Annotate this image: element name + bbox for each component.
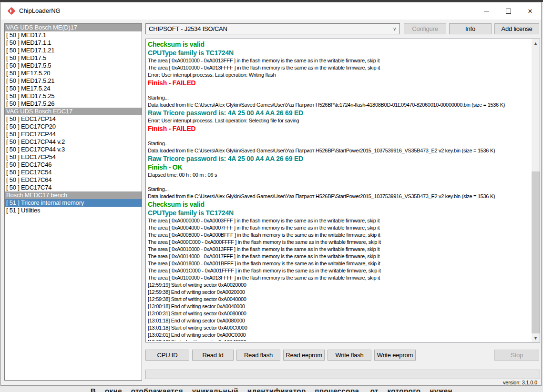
sidebar-item[interactable]: [ 50 ] EDC17C64 — [5, 176, 142, 184]
log-line: [12:59:38] Start of writing sector 0xA00… — [148, 296, 530, 303]
log-line: The area [ 0xA0100000 - 0xA013FFFF ] in … — [148, 274, 530, 281]
log-line — [148, 133, 530, 140]
log-line: Starting... — [148, 140, 530, 147]
sidebar-item[interactable]: [ 50 ] EDC17CP44 v.2 — [5, 138, 142, 146]
sidebar-item[interactable]: [ 50 ] MED17.1.1 — [5, 39, 142, 47]
log-line: [12:59:19] Start of writing sector 0xA00… — [148, 281, 530, 289]
log-line — [148, 87, 530, 94]
log-line — [148, 179, 530, 186]
log-line: Finish - FAILED — [148, 79, 530, 87]
background-clipped-text: В окне отображается уникальный идентифик… — [0, 385, 543, 392]
progress-bar — [145, 370, 540, 379]
sidebar-item[interactable]: [ 50 ] EDC17C74 — [5, 184, 142, 191]
log-line: Raw Tricore password is: 4A 25 00 A4 AA … — [148, 109, 530, 117]
info-button[interactable]: Info — [449, 23, 492, 34]
action-buttons: CPU IDRead IdRead flashRead eepromWrite … — [145, 350, 539, 361]
log-line: [13:00:31] Start of writing sector 0xA00… — [148, 310, 530, 317]
log-line: Starting... — [148, 186, 530, 193]
sidebar-item[interactable]: [ 50 ] EDC17CP44 — [5, 131, 142, 138]
log-line: The area [ 0xA0008000 - 0xA000BFFF ] in … — [148, 231, 530, 239]
sidebar-item[interactable]: [ 50 ] MED17.5.21 — [5, 77, 142, 85]
read-flash-button[interactable]: Read flash — [236, 350, 280, 361]
log-line: The area [ 0xA0004000 - 0xA0007FFF ] in … — [148, 224, 530, 231]
log-line: CPUType family is TC1724N — [148, 49, 530, 57]
log-line: Data loaded from file C:\Users\Alex Glyk… — [148, 147, 530, 154]
log-line: [13:02:01] End of writing sector 0xA00C0… — [148, 332, 530, 339]
app-logo-icon — [8, 7, 15, 15]
scroll-up-icon[interactable]: ▲ — [532, 39, 540, 47]
maximize-icon — [506, 9, 511, 14]
log-line: Elapsed time: 00 h : 00 m : 06 s — [148, 171, 530, 179]
log-line: Finish - OK — [148, 163, 530, 171]
log-line: Finish - FAILED — [148, 124, 530, 133]
log-line: The area [ 0xA0018000 - 0xA001BFFF ] in … — [148, 260, 530, 267]
sidebar-item[interactable]: [ 50 ] ME17.5.24 — [5, 85, 142, 92]
sidebar-item[interactable]: VAG UDS Bosch EDC17 — [5, 108, 142, 115]
window-title: ChipLoaderNG — [19, 7, 61, 14]
log-line: CPUType family is TC1724N — [148, 209, 530, 217]
log-line: The area [ 0xA001C000 - 0xA001FFFF ] in … — [148, 267, 530, 274]
version-label: version: 3.1.0.0 — [503, 380, 537, 385]
sidebar-item[interactable]: VAG UDS Bosch ME(D)17 — [5, 24, 142, 31]
sidebar-item[interactable]: [ 50 ] MED17.5.25 — [5, 92, 142, 100]
log-line: Data loaded from file C:\Users\Alex Glyk… — [148, 101, 530, 109]
sidebar-item[interactable]: [ 50 ] MED17.1 — [5, 31, 142, 39]
write-flash-button[interactable]: Write flash — [328, 350, 371, 361]
log-line: Checksum is valid — [148, 200, 530, 209]
cpu-id-button[interactable]: CPU ID — [145, 350, 189, 361]
sidebar-item[interactable]: Bosch MEDC17 bench — [5, 191, 142, 199]
log-line: The area [ 0xA0014000 - 0xA0017FFF ] in … — [148, 253, 530, 260]
window-controls: ✕ — [475, 2, 541, 20]
log-line: Starting... — [148, 94, 530, 101]
configure-button[interactable]: Configure — [404, 23, 446, 34]
log-scrollbar[interactable]: ▲ ▼ — [532, 39, 540, 342]
minimize-icon — [484, 11, 489, 11]
minimize-button[interactable] — [475, 2, 497, 20]
log-line: [13:02:16] Start of writing sector 0xA01… — [148, 339, 530, 341]
sidebar-item[interactable]: [ 50 ] MED17.5.5 — [5, 62, 142, 70]
log-line: [13:01:18] Start of writing sector 0xA00… — [148, 324, 530, 332]
stop-button[interactable]: Stop — [494, 350, 539, 361]
log-content: Checksum is validCPUType family is TC172… — [148, 40, 530, 341]
sidebar-item[interactable]: [ 50 ] EDC17CP20 — [5, 123, 142, 131]
log-line: [12:59:38] End of writing sector 0xA0020… — [148, 289, 530, 296]
add-license-button[interactable]: Add license — [494, 23, 539, 34]
log-line: Error: User interrupt processs. Last ope… — [148, 71, 530, 79]
read-eeprom-button[interactable]: Read eeprom — [283, 350, 325, 361]
sidebar-item[interactable]: [ 50 ] ME17.5.20 — [5, 70, 142, 77]
sidebar-item[interactable]: [ 50 ] EDC17C46 — [5, 161, 142, 169]
chevron-down-icon: ∨ — [393, 24, 396, 34]
log-line: The area [ 0xA0100000 - 0xA013FFFF ] in … — [148, 64, 530, 71]
sidebar-item[interactable]: [ 51 ] Utilities — [5, 207, 142, 214]
log-line: The area [ 0xA0010000 - 0xA0013FFF ] in … — [148, 57, 530, 64]
scroll-down-icon[interactable]: ▼ — [532, 334, 540, 342]
log-line: The area [ 0xA0010000 - 0xA0013FFF ] in … — [148, 246, 530, 253]
log-line: Checksum is valid — [148, 40, 530, 49]
device-dropdown-value: CHIPSOFT - J2534 ISO/CAN — [149, 25, 227, 32]
sidebar-item[interactable]: [ 50 ] MED17.5.26 — [5, 100, 142, 108]
log-line: The area [ 0xA000C000 - 0xA000FFFF ] in … — [148, 239, 530, 246]
sidebar-item[interactable]: [ 50 ] EDC17CP44 v.3 — [5, 146, 142, 153]
ecu-list[interactable]: VAG UDS Bosch ME(D)17[ 50 ] MED17.1[ 50 … — [4, 23, 142, 381]
app-window: ChipLoaderNG ✕ VAG UDS Bosch ME(D)17[ 50… — [0, 2, 542, 386]
sidebar-item[interactable]: [ 51 ] Tricore internal memory — [5, 199, 142, 207]
sidebar-item[interactable]: [ 50 ] MED17.5 — [5, 54, 142, 62]
title-bar: ChipLoaderNG ✕ — [1, 2, 541, 20]
sidebar-item[interactable]: [ 50 ] EDC17C54 — [5, 169, 142, 176]
log-output[interactable]: Checksum is validCPUType family is TC172… — [145, 39, 540, 342]
log-line: [13:01:18] End of writing sector 0xA0080… — [148, 317, 530, 324]
scrollbar-thumb[interactable] — [532, 171, 540, 333]
close-icon: ✕ — [528, 8, 533, 14]
log-line: Error: User interrupt processs. Last ope… — [148, 117, 530, 124]
close-button[interactable]: ✕ — [519, 2, 541, 20]
device-dropdown[interactable]: CHIPSOFT - J2534 ISO/CAN ∨ — [145, 23, 400, 34]
sidebar-item[interactable]: [ 50 ] EDC17CP54 — [5, 153, 142, 161]
log-line: The area [ 0xA0000000 - 0xA0003FFF ] in … — [148, 217, 530, 224]
log-line: Data loaded from file C:\Users\Alex Glyk… — [148, 193, 530, 200]
sidebar-item[interactable]: [ 50 ] MED17.1.21 — [5, 47, 142, 54]
write-eeprom-button[interactable]: Write eeprom — [374, 350, 416, 361]
sidebar-item[interactable]: [ 50 ] EDC17CP14 — [5, 115, 142, 123]
log-line: [13:00:18] End of writing sector 0xA0040… — [148, 303, 530, 310]
maximize-button[interactable] — [497, 2, 519, 20]
read-id-button[interactable]: Read Id — [192, 350, 234, 361]
